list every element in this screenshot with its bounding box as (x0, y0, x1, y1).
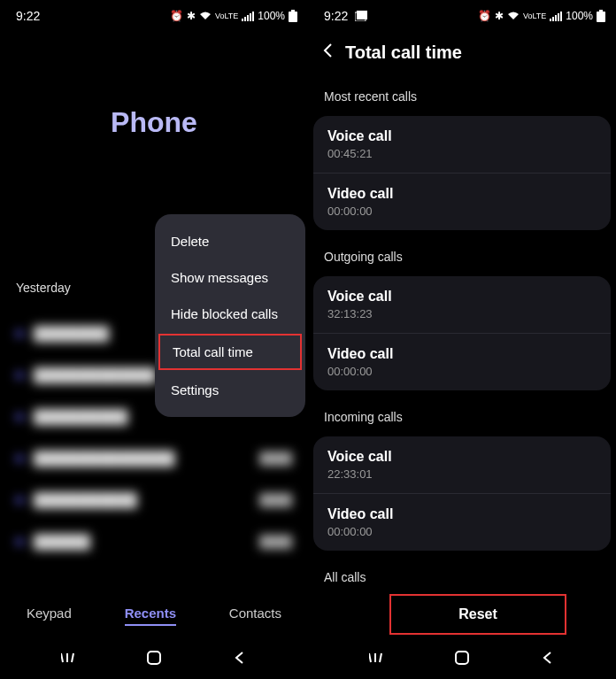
stat-value: 32:13:23 (327, 307, 597, 320)
menu-settings[interactable]: Settings (155, 372, 305, 408)
stat-value: 00:00:00 (327, 365, 597, 378)
stat-title: Video call (327, 186, 597, 202)
menu-show-messages[interactable]: Show messages (155, 259, 305, 296)
group-most-recent: Voice call 00:45:21 Video call 00:00:00 (313, 116, 611, 230)
nav-bar-left (0, 637, 308, 679)
section-outgoing: Outgoing calls (308, 243, 616, 271)
stat-value: 00:45:21 (327, 147, 597, 160)
stat-title: Voice call (327, 289, 597, 305)
bluetooth-icon: ✱ (187, 10, 196, 22)
stat-value: 22:33:01 (327, 467, 597, 481)
bluetooth-icon: ✱ (495, 10, 504, 22)
nav-bar-right (308, 637, 616, 679)
call-row[interactable]: ███████████████ (16, 479, 292, 521)
svg-rect-19 (597, 12, 605, 22)
svg-rect-14 (552, 17, 554, 21)
alarm-icon: ⏰ (478, 10, 491, 22)
svg-rect-17 (560, 12, 562, 21)
group-outgoing: Voice call 32:13:23 Video call 00:00:00 (313, 276, 611, 390)
alarm-icon: ⏰ (170, 10, 183, 22)
stat-value: 00:00:00 (327, 204, 597, 218)
svg-rect-18 (599, 10, 603, 12)
menu-delete[interactable]: Delete (155, 223, 305, 259)
lte-icon: VoLTE (523, 12, 546, 20)
signal-icon (242, 11, 254, 21)
battery-percent: 100% (566, 10, 593, 22)
lte-icon: VoLTE (215, 12, 238, 20)
signal-icon (550, 11, 562, 21)
svg-rect-6 (289, 12, 297, 22)
status-right: ⏰ ✱ VoLTE 100% (170, 10, 297, 22)
group-incoming: Voice call 22:33:01 Video call 00:00:00 (313, 436, 611, 551)
svg-rect-23 (456, 652, 468, 664)
reset-button[interactable]: Reset (389, 594, 566, 635)
svg-rect-3 (250, 13, 251, 21)
menu-total-call-time[interactable]: Total call time (158, 334, 302, 370)
recents-nav-icon[interactable] (368, 649, 386, 667)
stat-outgoing-voice[interactable]: Voice call 32:13:23 (313, 276, 611, 334)
app-title: Phone (0, 106, 308, 139)
svg-rect-0 (242, 19, 243, 21)
home-nav-icon[interactable] (145, 649, 163, 667)
status-time: 9:22 (324, 9, 348, 23)
tab-recents[interactable]: Recents (125, 602, 176, 626)
left-screen: 9:22 ⏰ ✱ VoLTE 100% Phone Yesterday ████… (0, 0, 308, 679)
status-time: 9:22 (16, 9, 40, 23)
back-nav-icon[interactable] (230, 649, 248, 667)
stat-title: Voice call (327, 128, 597, 144)
stat-incoming-voice[interactable]: Voice call 22:33:01 (313, 436, 611, 494)
stat-most-recent-video[interactable]: Video call 00:00:00 (313, 174, 611, 230)
wifi-icon (507, 11, 520, 21)
svg-line-9 (72, 653, 73, 662)
svg-line-22 (380, 653, 381, 662)
call-row[interactable]: ███████████████████ (16, 437, 292, 479)
battery-icon (289, 10, 297, 22)
svg-rect-10 (148, 652, 160, 664)
stat-incoming-video[interactable]: Video call 00:00:00 (313, 494, 611, 551)
tab-contacts[interactable]: Contacts (229, 602, 281, 626)
svg-line-20 (369, 653, 371, 662)
svg-rect-1 (244, 17, 246, 21)
context-menu: Delete Show messages Hide blocked calls … (155, 214, 305, 417)
svg-rect-13 (550, 19, 551, 21)
svg-rect-2 (247, 15, 249, 21)
stat-title: Video call (327, 346, 597, 362)
screenshot-icon (355, 10, 367, 22)
header: Total call time (308, 27, 616, 82)
stat-title: Voice call (327, 449, 597, 465)
svg-line-7 (61, 653, 63, 662)
svg-rect-5 (291, 10, 295, 12)
recents-nav-icon[interactable] (60, 649, 78, 667)
stat-outgoing-video[interactable]: Video call 00:00:00 (313, 334, 611, 390)
svg-rect-12 (357, 11, 367, 19)
stat-most-recent-voice[interactable]: Voice call 00:45:21 (313, 116, 611, 174)
svg-rect-15 (555, 15, 557, 21)
svg-rect-16 (558, 13, 559, 21)
right-screen: 9:22 ⏰ ✱ VoLTE 100% Total call time Most… (308, 0, 616, 679)
battery-icon (597, 10, 605, 22)
status-bar-left: 9:22 ⏰ ✱ VoLTE 100% (0, 0, 308, 27)
bottom-tabs: Keypad Recents Contacts (0, 591, 308, 637)
status-right: ⏰ ✱ VoLTE 100% (478, 10, 605, 22)
tab-keypad[interactable]: Keypad (27, 602, 72, 626)
section-all: All calls (308, 563, 616, 591)
section-incoming: Incoming calls (308, 403, 616, 431)
status-bar-right: 9:22 ⏰ ✱ VoLTE 100% (308, 0, 616, 27)
section-most-recent: Most recent calls (308, 82, 616, 111)
call-row[interactable]: ██████████ (16, 521, 292, 562)
stat-title: Video call (327, 506, 597, 522)
svg-rect-4 (252, 12, 254, 21)
back-nav-icon[interactable] (538, 649, 556, 667)
page-title: Total call time (345, 42, 462, 63)
back-button[interactable] (322, 42, 333, 63)
menu-hide-blocked[interactable]: Hide blocked calls (155, 296, 305, 332)
battery-percent: 100% (258, 10, 285, 22)
stat-value: 00:00:00 (327, 525, 597, 538)
wifi-icon (199, 11, 212, 21)
home-nav-icon[interactable] (453, 649, 471, 667)
